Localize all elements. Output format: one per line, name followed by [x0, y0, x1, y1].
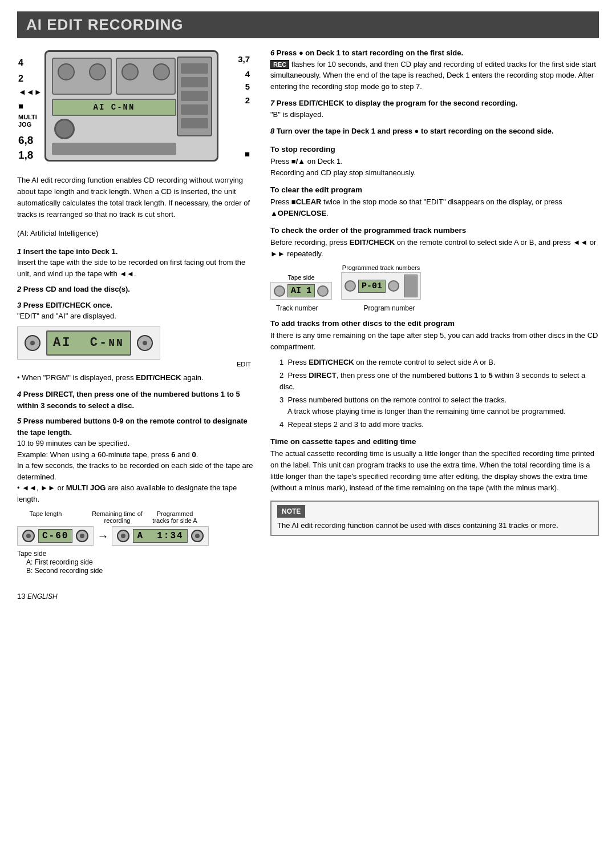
- clear-heading: To clear the edit program: [270, 185, 599, 194]
- add-tracks-body: If there is any time remaining on the ta…: [270, 330, 599, 353]
- add-tracks-step-2: 2 Press DIRECT, then press one of the nu…: [279, 370, 599, 392]
- step-8: 8 Turn over the tape in Deck 1 and press…: [270, 126, 599, 137]
- device-diagram: 4 2 ◄◄► ■ MULTIJOG 6,8 1,8: [17, 47, 251, 170]
- track-reel-left: [274, 285, 285, 297]
- track-program-labels: Track number Program number: [276, 304, 599, 312]
- step-4: 4 Press DIRECT, then press one of the nu…: [17, 389, 257, 411]
- rec-badge: REC: [270, 60, 289, 69]
- add-tracks-step-3: 3 Press numbered buttons on the remote c…: [279, 394, 599, 417]
- label-18: 1,8: [18, 149, 33, 162]
- tape-side-info: Tape side A: First recording side B: Sec…: [17, 549, 257, 575]
- time-cassette-body: The actual cassette recording time is us…: [270, 448, 599, 494]
- clear-program-section: To clear the edit program Press ■CLEAR t…: [270, 185, 599, 219]
- lcd-reel-right: [137, 335, 153, 351]
- page-number: 13 ENGLISH: [17, 592, 599, 600]
- stop-recording-section: To stop recording Press ■/▲ on Deck 1.Re…: [270, 145, 599, 179]
- check-order-body: Before recording, press EDIT/CHECK on th…: [270, 237, 599, 260]
- step-3: 3 Press EDIT/CHECK once. "EDIT" and "AI"…: [17, 300, 257, 322]
- prgm-note: • When "PRGM" is displayed, press EDIT/C…: [17, 372, 257, 384]
- lcd-tape-length: C-60: [38, 529, 72, 543]
- prog-reel-left: [345, 280, 356, 292]
- rec-reel-left: [117, 530, 129, 542]
- time-cassette-heading: Time on cassette tapes and editing time: [270, 437, 599, 446]
- track-number-label: Track number: [276, 304, 318, 312]
- edit-display-container: AI C-NN EDIT: [17, 326, 257, 368]
- description-para2: (AI: Artificial Intelligence): [17, 228, 257, 239]
- edit-label: EDIT: [237, 361, 251, 368]
- lcd-ai-display: AI 1: [287, 284, 315, 297]
- step-2: 2 Press CD and load the disc(s).: [17, 284, 257, 295]
- lcd-p01-display: P-01: [358, 280, 386, 293]
- tape-reel-left: [22, 530, 35, 542]
- note-body: The AI edit recording function cannot be…: [277, 521, 558, 530]
- step-6: 6 Press ● on Deck 1 to start recording o…: [270, 47, 599, 92]
- stop-body1: Press ■/▲ on Deck 1.Recording and CD pla…: [270, 156, 599, 179]
- cd-stack-icon: [404, 275, 418, 297]
- track-display-area: Tape side AI 1 Programmed track numbers …: [270, 264, 599, 300]
- check-order-heading: To check the order of the programmed tra…: [270, 226, 599, 235]
- rec-reel-right: [191, 530, 204, 542]
- tape-side-display: Tape side AI 1: [270, 274, 332, 300]
- tape-reel-right: [76, 530, 88, 542]
- right-column: 6 Press ● on Deck 1 to start recording o…: [270, 47, 599, 580]
- lcd-reel-left: [25, 335, 40, 351]
- lcd-recording: A 1:34: [133, 529, 187, 543]
- label-4b: 4: [245, 69, 250, 79]
- note-label: NOTE: [277, 505, 305, 518]
- lcd-edit-display: AI C-NN: [46, 330, 131, 356]
- arrow-symbol: →: [97, 530, 108, 543]
- time-cassette-section: Time on cassette tapes and editing time …: [270, 437, 599, 494]
- label-sq: ■: [18, 101, 23, 111]
- stop-heading: To stop recording: [270, 145, 599, 154]
- add-tracks-step-4: 4 Repeat steps 2 and 3 to add more track…: [279, 419, 599, 430]
- description-para1: The AI edit recording function enables C…: [17, 175, 257, 221]
- label-rw: ◄◄►: [18, 87, 42, 96]
- left-column: 4 2 ◄◄► ■ MULTIJOG 6,8 1,8: [17, 47, 257, 580]
- label-2: 2: [18, 74, 23, 84]
- prog-reel-right: [388, 280, 399, 292]
- label-37: 3,7: [238, 54, 250, 64]
- label-68: 6,8: [18, 134, 33, 147]
- label-5: 5: [245, 82, 250, 91]
- track-reel-right: [317, 285, 329, 297]
- step-7: 7 Press EDIT/CHECK to display the progra…: [270, 98, 599, 120]
- tape-side-b: B: Second recording side: [26, 567, 103, 575]
- program-number-label: Program number: [364, 304, 415, 312]
- programmed-label: Programmed tracks for side A: [148, 510, 202, 524]
- add-tracks-heading: To add tracks from other discs to the ed…: [270, 319, 599, 328]
- title-banner: AI EDIT RECORDING: [17, 11, 599, 38]
- tape-length-label: Tape length: [17, 510, 74, 517]
- add-tracks-step-1: 1 Press EDIT/CHECK on the remote control…: [279, 357, 599, 368]
- programmed-track-display: Programmed track numbers P-01: [341, 264, 421, 300]
- label-4a: 4: [18, 58, 23, 68]
- note-box: NOTE The AI edit recording function cann…: [270, 501, 599, 536]
- remaining-label: Remaining time of recording: [90, 510, 144, 524]
- label-sq2: ■: [245, 149, 250, 159]
- label-multi-jog: MULTIJOG: [18, 114, 37, 128]
- step-5: 5 Press numbered buttons 0-9 on the remo…: [17, 416, 257, 505]
- label-2b: 2: [245, 95, 250, 105]
- step5-displays: Tape length Remaining time of recording …: [17, 510, 257, 575]
- check-order-section: To check the order of the programmed tra…: [270, 226, 599, 312]
- add-tracks-section: To add tracks from other discs to the ed…: [270, 319, 599, 430]
- step-1: 1 Insert the tape into Deck 1. Insert th…: [17, 246, 257, 280]
- tape-side-a: A: First recording side: [26, 558, 93, 566]
- clear-body: Press ■CLEAR twice in the stop mode so t…: [270, 196, 599, 219]
